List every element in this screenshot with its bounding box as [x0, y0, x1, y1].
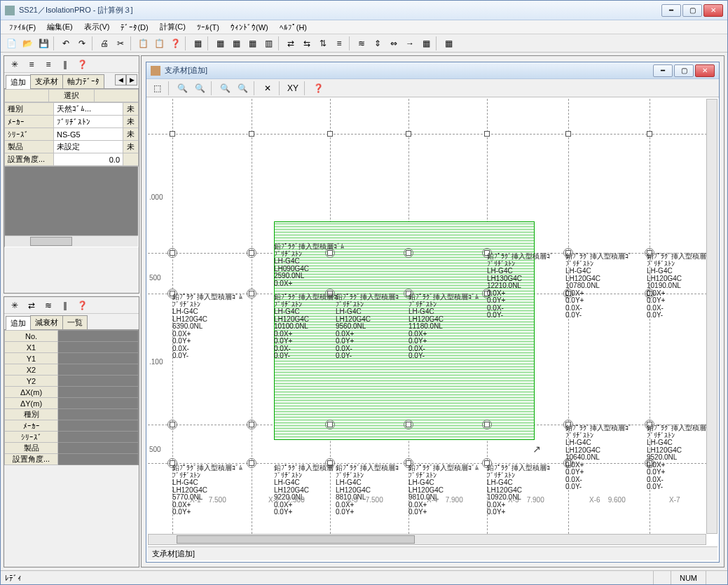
child-tb-3[interactable]: 🔍 [217, 81, 233, 96]
toolbar-btn-2[interactable]: 💾 [36, 36, 51, 51]
list-val[interactable] [58, 364, 139, 376]
toolbar-btn-19[interactable]: ≋ [354, 36, 369, 51]
toolbar-btn-4[interactable]: ↷ [74, 36, 90, 51]
canvas-hscroll[interactable] [148, 534, 706, 545]
child-tb-5[interactable]: ✕ [260, 81, 275, 96]
menu-help[interactable]: ﾍﾙﾌﾟ(H) [274, 22, 313, 33]
child-tb-4[interactable]: 🔍 [235, 81, 250, 96]
lb-tb-btn-3[interactable]: ‖ [57, 298, 73, 313]
minimize-button[interactable]: ━ [661, 4, 681, 17]
toolbar-btn-7[interactable]: 📋 [135, 36, 151, 51]
tab-add[interactable]: 追加 [6, 75, 31, 89]
canvas-vscroll[interactable] [706, 99, 717, 534]
menu-calc[interactable]: 計算(C) [154, 20, 191, 34]
support-marker[interactable] [404, 248, 413, 258]
toolbar-btn-5[interactable]: 🖨 [97, 36, 112, 51]
toolbar-btn-12[interactable]: ▦ [228, 36, 244, 51]
child-tb-0[interactable]: ⬚ [149, 81, 165, 96]
menu-data[interactable]: ﾃﾞｰﾀ(D) [115, 22, 153, 33]
tab2-gensui[interactable]: 減衰材 [30, 315, 63, 329]
support-marker[interactable] [167, 420, 177, 429]
menu-file[interactable]: ﾌｧｲﾙ(F) [4, 22, 41, 33]
support-marker[interactable] [404, 420, 413, 429]
list-val[interactable] [58, 409, 139, 420]
prop-val[interactable]: 0.0 [54, 153, 123, 166]
list-val[interactable] [58, 420, 139, 432]
list-val[interactable] [58, 387, 139, 398]
grid-node[interactable] [406, 131, 411, 137]
prop-val[interactable]: 未設定 [54, 141, 123, 153]
tab-nav-left[interactable]: ◀ [115, 74, 126, 85]
prop-val[interactable]: NS-G5 [54, 128, 123, 141]
toolbar-btn-14[interactable]: ▥ [261, 36, 276, 51]
tab2-add[interactable]: 追加 [6, 316, 31, 330]
lt-tb-btn-0[interactable]: ✳ [7, 57, 22, 72]
close-button[interactable]: ✕ [703, 4, 723, 17]
tab2-list[interactable]: 一覧 [62, 315, 88, 329]
lt-tb-btn-2[interactable]: ≡ [41, 57, 56, 72]
prop-btn[interactable]: 未 [123, 116, 139, 128]
toolbar-btn-10[interactable]: ▦ [190, 36, 205, 51]
child-tb-7[interactable]: ❓ [310, 81, 326, 96]
toolbar-btn-0[interactable]: 📄 [4, 36, 19, 51]
list-val[interactable] [58, 331, 139, 342]
toolbar-btn-18[interactable]: ≡ [331, 36, 347, 51]
child-tb-2[interactable]: 🔍 [192, 81, 207, 96]
list-val[interactable] [58, 353, 139, 364]
toolbar-btn-22[interactable]: → [402, 36, 418, 51]
toolbar-btn-16[interactable]: ⇆ [299, 36, 315, 51]
toolbar-btn-13[interactable]: ▦ [245, 36, 260, 51]
lb-tb-btn-1[interactable]: ⇄ [24, 298, 39, 313]
toolbar-btn-1[interactable]: 📂 [20, 36, 35, 51]
lt-tb-btn-4[interactable]: ❓ [74, 57, 90, 72]
menu-window[interactable]: ｳｨﾝﾄﾞｳ(W) [225, 22, 274, 33]
toolbar-btn-11[interactable]: ▦ [212, 36, 228, 51]
list-val[interactable] [58, 454, 139, 465]
menu-view[interactable]: 表示(V) [78, 20, 116, 34]
list-val[interactable] [58, 432, 139, 443]
toolbar-btn-3[interactable]: ↶ [58, 36, 74, 51]
prop-val[interactable]: 天然ｺﾞﾑ... [54, 103, 123, 116]
support-marker[interactable] [247, 420, 256, 429]
lb-tb-btn-4[interactable]: ❓ [74, 298, 90, 313]
lb-tb-btn-2[interactable]: ≋ [41, 298, 56, 313]
tab-shisho[interactable]: 支承材 [30, 74, 63, 88]
grid-node[interactable] [327, 131, 333, 137]
child-tb-1[interactable]: 🔍 [174, 81, 190, 96]
child-max-button[interactable]: ▢ [674, 64, 694, 77]
grid-node[interactable] [484, 131, 490, 137]
child-tb-6[interactable]: XY [285, 81, 301, 96]
toolbar-btn-9[interactable]: ❓ [167, 36, 183, 51]
support-marker[interactable] [247, 248, 256, 258]
support-marker[interactable] [482, 420, 492, 429]
list-val[interactable] [58, 342, 139, 353]
toolbar-btn-17[interactable]: ⇅ [315, 36, 331, 51]
preview-hscroll[interactable] [5, 235, 138, 247]
toolbar-btn-23[interactable]: ▦ [418, 36, 434, 51]
plan-canvas[interactable]: 鉛ﾌﾟﾗｸﾞ挿入型積層ｺﾞﾑﾌﾞﾘﾁﾞｽﾄﾝLH-G4CLH090G4C2590… [148, 99, 717, 534]
toolbar-btn-20[interactable]: ⇕ [370, 36, 385, 51]
maximize-button[interactable]: ▢ [682, 4, 702, 17]
toolbar-btn-6[interactable]: ✂ [113, 36, 128, 51]
menu-edit[interactable]: 編集(E) [41, 20, 78, 34]
lt-tb-btn-1[interactable]: ≡ [24, 57, 39, 72]
support-marker[interactable] [325, 420, 335, 429]
grid-node[interactable] [249, 131, 254, 137]
prop-btn[interactable]: 未 [123, 128, 139, 141]
support-marker[interactable] [167, 248, 177, 258]
toolbar-btn-8[interactable]: 📋 [151, 36, 167, 51]
support-marker[interactable] [247, 458, 256, 468]
list-val[interactable] [58, 376, 139, 387]
list-val[interactable] [58, 443, 139, 454]
lt-tb-btn-3[interactable]: ‖ [57, 57, 73, 72]
prop-btn[interactable] [123, 153, 139, 166]
grid-node[interactable] [565, 131, 571, 137]
lb-tb-btn-0[interactable]: ✳ [7, 298, 22, 313]
menu-tool[interactable]: ﾂｰﾙ(T) [191, 22, 225, 33]
grid-node[interactable] [170, 131, 175, 137]
toolbar-btn-21[interactable]: ⇔ [386, 36, 401, 51]
list-val[interactable] [58, 398, 139, 409]
toolbar-btn-24[interactable]: ▦ [441, 36, 456, 51]
prop-btn[interactable]: 未 [123, 141, 139, 153]
tab-nav-right[interactable]: ▶ [126, 74, 137, 85]
